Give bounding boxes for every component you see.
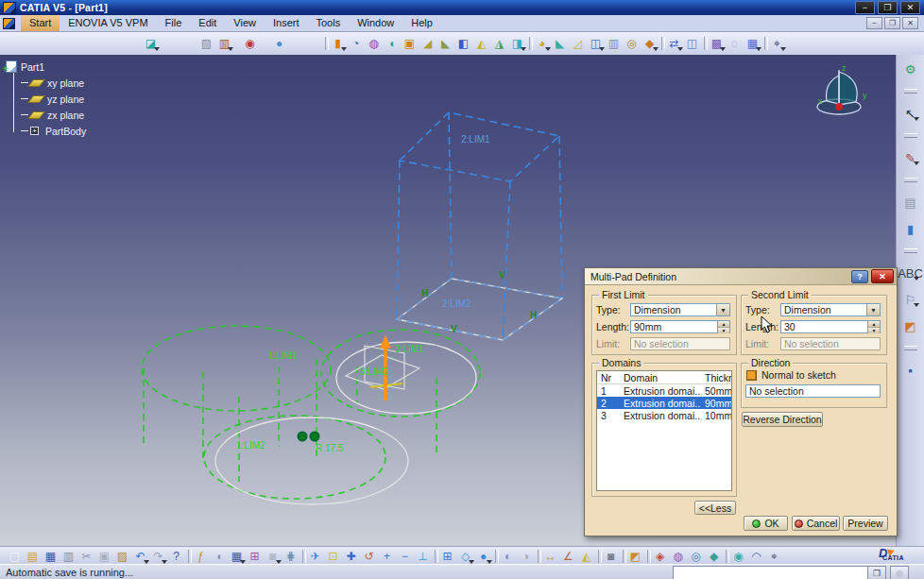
cut-icon[interactable]: ✂ — [77, 548, 95, 565]
view-compass[interactable]: z y x — [811, 62, 869, 117]
mdi-close-button[interactable]: ✕ — [902, 17, 918, 29]
thick-surface-icon[interactable]: ◨ — [508, 35, 526, 52]
hole-icon[interactable]: ▣ — [401, 35, 419, 52]
undo-icon[interactable]: ↶ — [131, 548, 149, 565]
circ-pattern-icon[interactable]: ◌ — [726, 35, 744, 52]
shaft-icon[interactable]: ◍ — [365, 35, 383, 52]
menu-tools[interactable]: Tools — [307, 15, 349, 31]
shell-icon[interactable]: ◫ — [587, 35, 605, 52]
menu-window[interactable]: Window — [349, 15, 402, 31]
tree-item-zx-plane[interactable]: zx plane — [21, 107, 86, 123]
tree-item-partbody[interactable]: + PartBody — [21, 123, 86, 139]
menu-view[interactable]: View — [225, 15, 265, 31]
menu-start[interactable]: Start — [21, 15, 60, 31]
rotate-icon[interactable]: ↺ — [360, 548, 378, 565]
design-table-icon[interactable]: ⊞ — [246, 548, 264, 565]
domains-list[interactable]: Nr Domain Thickness 1 Extrusion domai...… — [596, 370, 732, 491]
paste-icon[interactable]: ▨ — [113, 548, 131, 565]
cancel-button[interactable]: Cancel — [792, 516, 840, 531]
chamfer-icon[interactable]: ◣ — [551, 35, 569, 52]
formula-icon[interactable]: ƒ — [192, 548, 210, 565]
pan-icon[interactable]: ✚ — [342, 548, 360, 565]
more-tools-icon[interactable]: ▪ — [901, 362, 919, 379]
thread-icon[interactable]: ◎ — [623, 35, 641, 52]
thickness-icon[interactable]: ▥ — [605, 35, 623, 52]
tree-root-part1[interactable]: ✳ Part1 — [6, 59, 86, 75]
menu-insert[interactable]: Insert — [265, 15, 308, 31]
first-limit-type-combo[interactable]: Dimension▼ — [630, 303, 730, 316]
power-input-field[interactable] — [673, 566, 882, 579]
mdi-minimize-button[interactable]: − — [866, 17, 882, 29]
enovia-gear-icon[interactable]: ⚙ — [901, 60, 919, 77]
preview-button[interactable]: Preview — [843, 516, 888, 531]
sew-surface-icon[interactable]: ◆ — [641, 35, 659, 52]
relations-icon[interactable]: ⋕ — [282, 548, 299, 565]
pocket-icon[interactable]: ◔ — [347, 35, 365, 52]
fit-all-icon[interactable]: ⊡ — [324, 548, 342, 565]
pad-icon[interactable]: ▮ — [329, 35, 347, 52]
select-cursor-icon[interactable]: ↖ — [901, 105, 919, 122]
second-limit-length-field[interactable]: 30 ▲▼ — [780, 320, 881, 333]
translation-icon[interactable]: ⇄ — [665, 35, 683, 52]
axis-system-icon[interactable]: ⌖ — [768, 35, 786, 52]
smart-pick-icon[interactable]: ● — [270, 35, 288, 52]
copy-object-icon[interactable]: ▥ — [215, 35, 233, 52]
open-icon[interactable]: ▤ — [24, 548, 42, 565]
zoom-in-icon[interactable]: + — [378, 548, 396, 565]
paint-material-icon[interactable]: ◩ — [626, 548, 644, 565]
first-limit-length-field[interactable]: 90mm ▲▼ — [630, 320, 730, 333]
expand-icon[interactable]: + — [30, 127, 39, 135]
rect-pattern-icon[interactable]: ▩ — [708, 35, 726, 52]
knowledge-reaction-icon[interactable]: ◎ — [687, 548, 705, 565]
mdi-restore-button[interactable]: ❐ — [884, 17, 900, 29]
save-icon[interactable]: ▦ — [42, 548, 60, 565]
tree-item-xy-plane[interactable]: xy plane — [21, 75, 86, 91]
flag-note-icon[interactable]: ⚐ — [901, 291, 919, 308]
axes-tree-icon[interactable]: ⌖ — [765, 548, 783, 565]
text-annotation-icon[interactable]: ABC — [901, 264, 919, 281]
ok-button[interactable]: OK — [744, 516, 788, 531]
spinner-arrows[interactable]: ▲▼ — [867, 321, 880, 332]
knowledge-check-icon[interactable]: ◈ — [651, 548, 669, 565]
measure-item-icon[interactable]: ∠ — [559, 548, 577, 565]
reverse-direction-button[interactable]: Reverse Direction — [742, 412, 823, 427]
dialog-close-button[interactable]: ✕ — [871, 269, 894, 283]
hide-show-icon[interactable]: ◐ — [499, 548, 517, 565]
pad-tool-icon[interactable]: ▮ — [901, 220, 919, 237]
knowledge-rule-icon[interactable]: ◍ — [669, 548, 687, 565]
visible-space-icon[interactable]: ◑ — [517, 548, 535, 565]
fly-mode-icon[interactable]: ✈ — [306, 548, 324, 565]
normal-view-icon[interactable]: ⊥ — [414, 548, 432, 565]
loft-icon[interactable]: ◭ — [472, 35, 490, 52]
camera-icon[interactable]: ◙ — [602, 548, 620, 565]
direction-selection-field[interactable]: No selection — [745, 384, 881, 398]
whats-this-icon[interactable]: ? — [167, 548, 185, 565]
domain-row-1[interactable]: 1 Extrusion domai... 50mm — [597, 384, 731, 397]
second-limit-type-combo[interactable]: Dimension▼ — [780, 303, 881, 316]
apply-material-icon[interactable]: ◩ — [901, 317, 919, 334]
minimize-button[interactable]: − — [855, 1, 875, 14]
domain-row-2[interactable]: 2 Extrusion domai... 90mm — [597, 397, 731, 409]
rib-icon[interactable]: ◢ — [419, 35, 436, 52]
domain-row-3[interactable]: 3 Extrusion domai... 10mm — [597, 409, 731, 421]
dialog-title-bar[interactable]: Multi-Pad Definition ? ✕ — [585, 268, 897, 285]
shading-icon[interactable]: ● — [474, 548, 492, 565]
command-window-button[interactable]: ❐ — [867, 566, 886, 579]
removed-loft-icon[interactable]: ◮ — [490, 35, 508, 52]
tree-item-yz-plane[interactable]: yz plane — [21, 91, 86, 107]
multi-view-icon[interactable]: ⊞ — [438, 548, 456, 565]
comment-icon[interactable]: ◖ — [210, 548, 228, 565]
slot-icon[interactable]: ◣ — [436, 35, 454, 52]
draft-icon[interactable]: ◿ — [569, 35, 587, 52]
stiffener-icon[interactable]: ◧ — [454, 35, 472, 52]
menu-enovia[interactable]: ENOVIA V5 VPM — [60, 15, 156, 31]
chevron-down-icon[interactable]: ▼ — [716, 304, 729, 315]
surface-workbench-icon[interactable]: ◪ — [142, 35, 160, 52]
menu-edit[interactable]: Edit — [190, 15, 225, 31]
zoom-out-icon[interactable]: − — [396, 548, 414, 565]
view-modes-icon[interactable]: ▤ — [901, 194, 919, 211]
calculator-icon[interactable]: ▦ — [228, 548, 246, 565]
less-button[interactable]: <<Less — [694, 501, 736, 515]
mirror-icon[interactable]: ◫ — [683, 35, 701, 52]
inertia-icon[interactable]: ◭ — [577, 548, 595, 565]
